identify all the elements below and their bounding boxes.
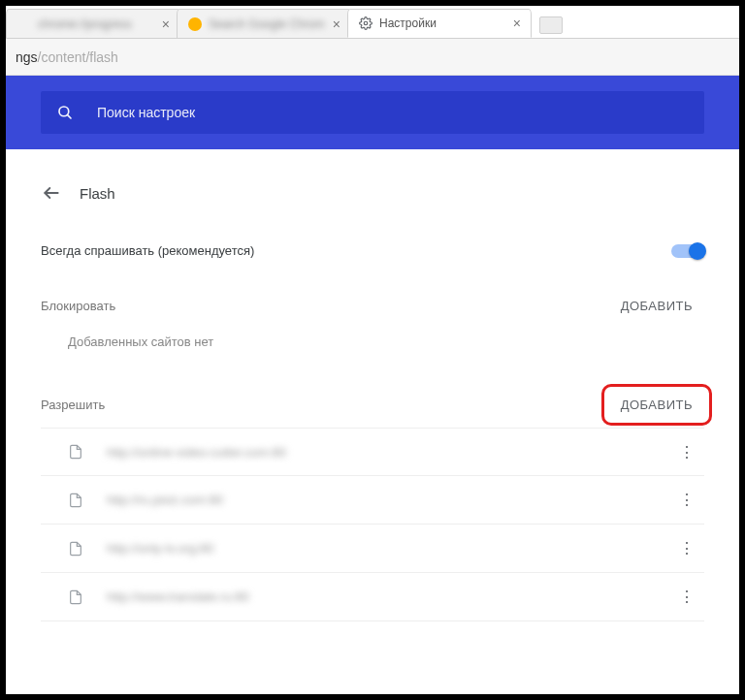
search-icon [56, 104, 74, 121]
allow-label: Разрешить [41, 398, 105, 412]
more-icon[interactable]: ⋮ [675, 491, 698, 509]
always-ask-toggle[interactable] [671, 244, 704, 258]
site-url: http://online-video-cutter.com:80 [107, 445, 675, 460]
tab-title: Настройки [379, 16, 437, 30]
tab-favicon [16, 16, 32, 32]
tab-favicon [187, 16, 203, 32]
url-path: /content/flash [38, 49, 118, 65]
more-icon[interactable]: ⋮ [675, 588, 698, 606]
gear-icon [358, 16, 373, 31]
page-title: Flash [80, 185, 115, 202]
settings-card: Flash Всегда спрашивать (рекомендуется) … [41, 176, 704, 621]
file-icon [68, 541, 87, 557]
site-row[interactable]: http://online-video-cutter.com:80 ⋮ [41, 428, 704, 476]
site-row[interactable]: http://only-tv.org:80 ⋮ [41, 525, 704, 573]
url-host: ngs [16, 49, 38, 65]
file-icon [68, 444, 87, 460]
site-url: http://only-tv.org:80 [107, 541, 675, 556]
allow-add-button[interactable]: ДОБАВИТЬ [609, 392, 704, 418]
tab-title: chrome://progress [38, 17, 132, 31]
block-section: Блокировать ДОБАВИТЬ Добавленных сайтов … [41, 275, 704, 374]
site-row[interactable]: http://ru.pixiz.com:80 ⋮ [41, 476, 704, 525]
browser-tab-1[interactable]: chrome://progress × [6, 9, 180, 38]
search-input[interactable]: Поиск настроек [41, 91, 704, 134]
site-row[interactable]: http://www.translate.ru:80 ⋮ [41, 573, 704, 621]
search-placeholder: Поиск настроек [97, 105, 195, 120]
browser-tab-3-active[interactable]: Настройки × [347, 9, 532, 38]
block-add-button[interactable]: ДОБАВИТЬ [609, 293, 704, 319]
file-icon [68, 493, 87, 508]
block-empty-text: Добавленных сайтов нет [41, 319, 704, 357]
allow-section: Разрешить ДОБАВИТЬ http://online-video-c… [41, 374, 704, 621]
allow-site-list: http://online-video-cutter.com:80 ⋮ http… [41, 428, 704, 621]
close-icon[interactable]: × [333, 17, 340, 31]
more-icon[interactable]: ⋮ [675, 539, 698, 557]
browser-window: chrome://progress × Search Google Chrom … [6, 6, 739, 694]
more-icon[interactable]: ⋮ [675, 443, 698, 461]
close-icon[interactable]: × [162, 17, 170, 31]
back-button[interactable] [41, 182, 62, 204]
file-icon [68, 589, 87, 605]
tab-bar: chrome://progress × Search Google Chrom … [6, 6, 739, 39]
browser-tab-2[interactable]: Search Google Chrom × [177, 9, 351, 38]
new-tab-button[interactable] [539, 16, 563, 34]
always-ask-section: Всегда спрашивать (рекомендуется) [41, 226, 704, 275]
address-bar[interactable]: ngs/content/flash [6, 39, 739, 76]
url-text: ngs/content/flash [16, 49, 118, 65]
close-icon[interactable]: × [513, 16, 521, 30]
always-ask-label: Всегда спрашивать (рекомендуется) [41, 243, 254, 258]
header-row: Flash [41, 176, 704, 226]
block-label: Блокировать [41, 299, 115, 313]
settings-search-wrap: Поиск настроек [6, 76, 739, 149]
content-column: Flash Всегда спрашивать (рекомендуется) … [41, 149, 704, 621]
site-url: http://www.translate.ru:80 [107, 589, 675, 604]
settings-page: Поиск настроек Flash Всегда спрашивать (… [6, 76, 739, 694]
site-url: http://ru.pixiz.com:80 [107, 493, 675, 507]
svg-line-2 [67, 114, 71, 118]
tab-title: Search Google Chrom [209, 17, 324, 31]
svg-point-0 [364, 21, 368, 25]
